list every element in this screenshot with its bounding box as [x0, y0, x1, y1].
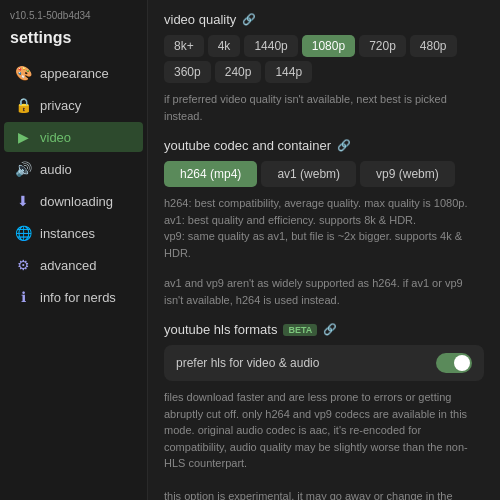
quality-btn-8k[interactable]: 8k+ [164, 35, 204, 57]
beta-badge: BETA [283, 324, 317, 336]
video-quality-desc: if preferred video quality isn't availab… [164, 91, 484, 124]
sidebar-item-instances[interactable]: 🌐 instances [4, 218, 143, 248]
sidebar-item-privacy[interactable]: 🔒 privacy [4, 90, 143, 120]
sidebar-item-label: info for nerds [40, 290, 116, 305]
quality-btn-1440p[interactable]: 1440p [244, 35, 297, 57]
youtube-codec-section-title: youtube codec and container 🔗 [164, 138, 484, 153]
codec-btn-h264[interactable]: h264 (mp4) [164, 161, 257, 187]
quality-btn-4k[interactable]: 4k [208, 35, 241, 57]
video-icon: ▶ [14, 128, 32, 146]
privacy-icon: 🔒 [14, 96, 32, 114]
video-quality-section-title: video quality 🔗 [164, 12, 484, 27]
youtube-codec-desc1: h264: best compatibility, average qualit… [164, 195, 484, 261]
quality-btn-144p[interactable]: 144p [265, 61, 312, 83]
appearance-icon: 🎨 [14, 64, 32, 82]
youtube-codec-desc2: av1 and vp9 aren't as widely supported a… [164, 275, 484, 308]
sidebar-item-info[interactable]: ℹ info for nerds [4, 282, 143, 312]
codec-btn-av1[interactable]: av1 (webm) [261, 161, 356, 187]
info-icon: ℹ [14, 288, 32, 306]
app-title: settings [0, 27, 147, 57]
audio-icon: 🔊 [14, 160, 32, 178]
hls-toggle-row: prefer hls for video & audio [164, 345, 484, 381]
advanced-icon: ⚙ [14, 256, 32, 274]
video-quality-title: video quality [164, 12, 236, 27]
hls-toggle-label: prefer hls for video & audio [176, 356, 319, 370]
quality-btn-1080p[interactable]: 1080p [302, 35, 355, 57]
youtube-hls-title: youtube hls formats [164, 322, 277, 337]
sidebar-item-label: advanced [40, 258, 96, 273]
sidebar-item-label: video [40, 130, 71, 145]
quality-btn-240p[interactable]: 240p [215, 61, 262, 83]
youtube-codec-link-icon[interactable]: 🔗 [337, 139, 351, 152]
sidebar-item-downloading[interactable]: ⬇ downloading [4, 186, 143, 216]
instances-icon: 🌐 [14, 224, 32, 242]
sidebar-item-label: privacy [40, 98, 81, 113]
sidebar: v10.5.1-50db4d34 settings 🎨 appearance 🔒… [0, 0, 148, 500]
sidebar-item-audio[interactable]: 🔊 audio [4, 154, 143, 184]
codec-buttons-group: h264 (mp4) av1 (webm) vp9 (webm) [164, 161, 484, 187]
youtube-codec-title: youtube codec and container [164, 138, 331, 153]
version-tag: v10.5.1-50db4d34 [0, 8, 147, 27]
downloading-icon: ⬇ [14, 192, 32, 210]
main-content: video quality 🔗 8k+ 4k 1440p 1080p 720p … [148, 0, 500, 500]
sidebar-item-advanced[interactable]: ⚙ advanced [4, 250, 143, 280]
sidebar-item-label: appearance [40, 66, 109, 81]
youtube-hls-desc: files download faster and are less prone… [164, 389, 484, 500]
hls-toggle[interactable] [436, 353, 472, 373]
quality-btn-720p[interactable]: 720p [359, 35, 406, 57]
quality-btn-360p[interactable]: 360p [164, 61, 211, 83]
youtube-hls-section-title: youtube hls formats BETA 🔗 [164, 322, 484, 337]
sidebar-item-appearance[interactable]: 🎨 appearance [4, 58, 143, 88]
codec-btn-vp9[interactable]: vp9 (webm) [360, 161, 455, 187]
sidebar-item-video[interactable]: ▶ video [4, 122, 143, 152]
quality-btn-480p[interactable]: 480p [410, 35, 457, 57]
video-quality-link-icon[interactable]: 🔗 [242, 13, 256, 26]
youtube-hls-link-icon[interactable]: 🔗 [323, 323, 337, 336]
sidebar-item-label: instances [40, 226, 95, 241]
sidebar-item-label: audio [40, 162, 72, 177]
sidebar-item-label: downloading [40, 194, 113, 209]
quality-buttons-group: 8k+ 4k 1440p 1080p 720p 480p 360p 240p 1… [164, 35, 484, 83]
